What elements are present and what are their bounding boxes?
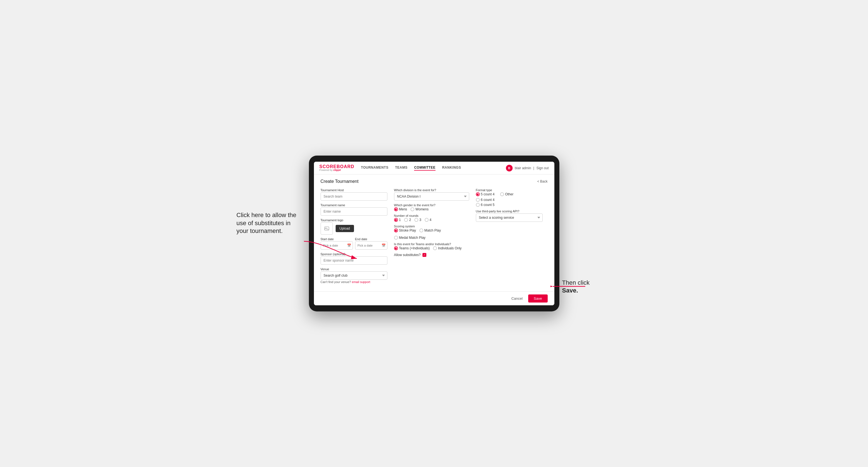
allow-substitutes-checkbox[interactable]: Allow substitutes? bbox=[394, 253, 469, 257]
event-teams-dot bbox=[394, 246, 398, 250]
stroke-play-dot bbox=[394, 228, 398, 232]
division-select[interactable]: NCAA Division I NCAA Division II NCAA Di… bbox=[394, 192, 469, 201]
format-6count5-dot bbox=[476, 203, 480, 207]
rounds-label: Number of rounds bbox=[394, 214, 469, 217]
cancel-button[interactable]: Cancel bbox=[508, 295, 525, 302]
nav-rankings[interactable]: RANKINGS bbox=[442, 165, 461, 170]
tournament-host-label: Tournament Host bbox=[320, 188, 388, 192]
annotation-left: Click here to allow the use of substitut… bbox=[237, 211, 303, 235]
nav-user: B blair admin | Sign out bbox=[506, 165, 549, 172]
upload-button[interactable]: Upload bbox=[336, 225, 354, 232]
event-for-radio-group: Teams (+Individuals) Individuals Only bbox=[394, 246, 469, 250]
nav-teams[interactable]: TEAMS bbox=[395, 165, 408, 170]
event-teams[interactable]: Teams (+Individuals) bbox=[394, 246, 430, 250]
format-other[interactable]: Other bbox=[500, 192, 514, 196]
gender-womens[interactable]: Womens bbox=[410, 207, 429, 211]
gender-field: Which gender is the event for? Mens Wome… bbox=[394, 204, 469, 211]
email-support-link[interactable]: email support bbox=[352, 280, 370, 284]
nav-links: TOURNAMENTS TEAMS COMMITTEE RANKINGS bbox=[361, 165, 506, 170]
start-date-label: Start date bbox=[320, 238, 353, 241]
tournament-name-input[interactable] bbox=[320, 207, 388, 216]
calendar-end-icon: 📅 bbox=[381, 244, 386, 247]
rounds-field: Number of rounds 1 2 bbox=[394, 214, 469, 222]
format-6count4[interactable]: 6 count 4 bbox=[476, 198, 543, 202]
format-type-label: Format type bbox=[476, 188, 543, 192]
event-for-label: Is this event for Teams and/or Individua… bbox=[394, 242, 469, 246]
allow-substitutes-label: Allow substitutes? bbox=[394, 253, 421, 257]
format-6count5[interactable]: 6 count 5 bbox=[476, 203, 543, 207]
rounds-2-dot bbox=[404, 218, 408, 222]
start-date-wrap: 📅 bbox=[320, 241, 353, 250]
cant-find-venue: Can't find your venue? email support bbox=[320, 280, 388, 284]
gender-radio-group: Mens Womens bbox=[394, 207, 469, 211]
gender-womens-dot bbox=[410, 207, 414, 211]
start-date-field: Start date 📅 bbox=[320, 238, 353, 250]
logo-board: BOARD bbox=[337, 164, 354, 169]
logo-score: SCORE bbox=[319, 164, 337, 169]
division-label: Which division is the event for? bbox=[394, 188, 469, 192]
end-date-field: End date 📅 bbox=[355, 238, 388, 250]
form-col-2: Which division is the event for? NCAA Di… bbox=[394, 188, 469, 284]
allow-substitutes-field: Allow substitutes? bbox=[394, 253, 469, 257]
venue-label: Venue bbox=[320, 268, 388, 271]
sponsor-label: Sponsor (optional) bbox=[320, 252, 388, 256]
sign-out-link[interactable]: Sign out bbox=[536, 166, 549, 170]
end-date-wrap: 📅 bbox=[355, 241, 388, 250]
format-row-1: 5 count 4 Other bbox=[476, 192, 543, 196]
rounds-4[interactable]: 4 bbox=[425, 218, 432, 222]
scoring-stroke-play[interactable]: Stroke Play bbox=[394, 228, 416, 232]
medal-match-dot bbox=[394, 236, 398, 240]
format-type-field: Format type 5 count 4 Other bbox=[476, 188, 543, 207]
venue-select[interactable]: Search golf club bbox=[320, 271, 388, 280]
scoring-medal-match[interactable]: Medal Match Play bbox=[394, 236, 426, 240]
logo-area: SCOREBOARD Powered by clippd bbox=[319, 164, 354, 172]
tablet-frame: SCOREBOARD Powered by clippd TOURNAMENTS… bbox=[309, 156, 559, 311]
logo-powered-by: Powered by clippd bbox=[319, 169, 354, 172]
rounds-3-dot bbox=[414, 218, 418, 222]
sponsor-input[interactable] bbox=[320, 256, 388, 265]
division-field: Which division is the event for? NCAA Di… bbox=[394, 188, 469, 201]
outer-wrapper: Click here to allow the use of substitut… bbox=[309, 156, 559, 311]
back-button[interactable]: Back bbox=[537, 180, 548, 183]
format-other-dot bbox=[500, 192, 504, 196]
calendar-icon: 📅 bbox=[347, 244, 351, 247]
scoring-system-label: Scoring system bbox=[394, 225, 469, 228]
format-5count4[interactable]: 5 count 4 bbox=[476, 192, 495, 196]
page-title: Create Tournament bbox=[320, 179, 359, 184]
user-name: blair admin bbox=[515, 166, 531, 170]
save-button[interactable]: Save bbox=[528, 294, 548, 303]
logo-upload-area: Upload bbox=[320, 222, 388, 235]
nav-tournaments[interactable]: TOURNAMENTS bbox=[361, 165, 389, 170]
sponsor-field: Sponsor (optional) bbox=[320, 252, 388, 265]
rounds-4-dot bbox=[425, 218, 429, 222]
screen: SCOREBOARD Powered by clippd TOURNAMENTS… bbox=[314, 162, 554, 305]
annotation-right: Then click Save. bbox=[562, 279, 615, 295]
form-col-1: Tournament Host Tournament name Tourname… bbox=[320, 188, 388, 284]
event-for-field: Is this event for Teams and/or Individua… bbox=[394, 242, 469, 250]
scoring-system-radio-group: Stroke Play Match Play Medal Match Play bbox=[394, 228, 469, 240]
gender-mens[interactable]: Mens bbox=[394, 207, 407, 211]
rounds-radio-group: 1 2 3 bbox=[394, 218, 469, 222]
page-header: Create Tournament Back bbox=[320, 179, 548, 184]
scoring-match-play[interactable]: Match Play bbox=[420, 228, 441, 232]
rounds-1[interactable]: 1 bbox=[394, 218, 401, 222]
avatar: B bbox=[506, 165, 513, 172]
venue-field: Venue Search golf club Can't find your v… bbox=[320, 268, 388, 284]
form-col-3: Format type 5 count 4 Other bbox=[476, 188, 543, 284]
logo-scoreboard: SCOREBOARD bbox=[319, 164, 354, 169]
scoring-api-label: Use third-party live scoring API? bbox=[476, 210, 543, 213]
tournament-host-input[interactable] bbox=[320, 192, 388, 201]
date-row: Start date 📅 End date bbox=[320, 238, 388, 250]
gender-mens-dot bbox=[394, 207, 398, 211]
nav-committee[interactable]: COMMITTEE bbox=[414, 165, 436, 170]
form-grid: Tournament Host Tournament name Tourname… bbox=[320, 188, 548, 284]
event-individuals-dot bbox=[433, 246, 437, 250]
substitutes-checkbox-box bbox=[423, 253, 426, 257]
nav: SCOREBOARD Powered by clippd TOURNAMENTS… bbox=[314, 162, 554, 175]
rounds-2[interactable]: 2 bbox=[404, 218, 411, 222]
rounds-3[interactable]: 3 bbox=[414, 218, 421, 222]
scoring-api-select[interactable]: Select a scoring service bbox=[476, 214, 543, 222]
format-type-options: 5 count 4 Other bbox=[476, 192, 543, 207]
gender-label: Which gender is the event for? bbox=[394, 204, 469, 207]
event-individuals[interactable]: Individuals Only bbox=[433, 246, 462, 250]
